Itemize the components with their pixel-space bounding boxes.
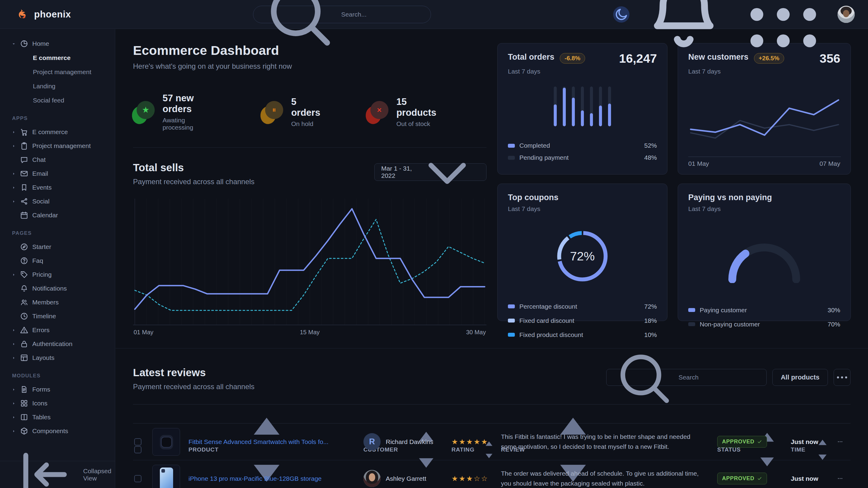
- tag-icon: [20, 270, 28, 279]
- stat-value: 15 products: [396, 96, 441, 118]
- legend-label: Percentage discount: [519, 303, 640, 310]
- topbar-search[interactable]: [253, 6, 431, 23]
- row-checkbox[interactable]: [134, 475, 142, 482]
- caret-right-icon: [11, 272, 16, 277]
- sidebar: HomeE commerceProject managementLandingS…: [0, 29, 115, 488]
- paying-gauge-chart: [716, 231, 812, 283]
- sidebar-item-tables[interactable]: Tables: [7, 410, 108, 424]
- top-coupons-card: Top coupons Last 7 days 72% Percentage d…: [497, 184, 668, 321]
- sidebar-subitem-landing[interactable]: Landing: [33, 79, 108, 93]
- x-label-end: 07 May: [819, 160, 840, 167]
- column-header-status[interactable]: STATUS: [717, 426, 791, 473]
- collapsed-view-label: Collapsed View: [83, 467, 115, 482]
- product-thumbnail: [152, 428, 180, 456]
- sidebar-item-icons[interactable]: Icons: [7, 396, 108, 410]
- sidebar-item-label: Tables: [32, 414, 51, 421]
- sidebar-item-components[interactable]: Components: [7, 424, 108, 438]
- legend-label: Fixed card discount: [519, 317, 640, 324]
- customer-name: Richard Dawkins: [386, 438, 433, 446]
- product-link[interactable]: iPhone 13 pro max-Pacific Blue-128GB sto…: [188, 475, 364, 482]
- reviews-more-button[interactable]: [834, 369, 850, 386]
- caret-right-icon: [11, 185, 16, 190]
- new-customers-line-chart: [688, 85, 840, 157]
- brand[interactable]: phoenix: [17, 8, 71, 21]
- caret-right-icon: [11, 401, 16, 406]
- sidebar-item-calendar[interactable]: Calendar: [7, 208, 108, 222]
- legend-label: Pending payment: [519, 154, 640, 161]
- mail-icon: [20, 169, 28, 178]
- sidebar-item-members[interactable]: Members: [7, 295, 108, 309]
- stat-caption: On hold: [291, 120, 321, 128]
- paying-card: Paying vs non paying Last 7 days Paying …: [678, 184, 851, 321]
- total-orders-title: Total orders: [508, 53, 554, 62]
- stat-value: 57 new orders: [162, 93, 216, 115]
- bell-icon: [639, 0, 729, 60]
- sidebar-item-pricing[interactable]: Pricing: [7, 268, 108, 282]
- top-coupons-legend: Percentage discount72%Fixed card discoun…: [508, 299, 657, 342]
- dashboard-left-column: Ecommerce Dashboard Here's what's going …: [133, 43, 487, 337]
- apps-menu-button[interactable]: [738, 0, 829, 60]
- sidebar-item-social[interactable]: Social: [7, 194, 108, 208]
- reviews-search-input[interactable]: [679, 374, 760, 381]
- sidebar-item-starter[interactable]: Starter: [7, 240, 108, 254]
- notifications-button[interactable]: [639, 0, 729, 60]
- sidebar-item-layouts[interactable]: Layouts: [7, 351, 108, 365]
- sidebar-nav: HomeE commerceProject managementLandingS…: [0, 29, 115, 461]
- row-more-button[interactable]: [837, 475, 850, 482]
- theme-toggle-button[interactable]: [613, 6, 629, 23]
- reviews-search[interactable]: [606, 369, 767, 386]
- sort-icon: [743, 426, 791, 473]
- stat-on-hold: 5 ordersOn hold: [261, 96, 321, 128]
- ellipsis-icon: [837, 438, 843, 445]
- bookmark-icon: [20, 183, 28, 192]
- row-more-button[interactable]: [837, 438, 850, 445]
- sidebar-item-notifications[interactable]: Notifications: [7, 282, 108, 295]
- collapsed-view-toggle[interactable]: Collapsed View: [0, 461, 115, 488]
- stat-text: 5 ordersOn hold: [291, 96, 321, 128]
- sidebar-subitem-project-management[interactable]: Project management: [33, 65, 108, 79]
- select-all-checkbox[interactable]: [134, 446, 142, 453]
- all-products-button[interactable]: All products: [772, 369, 828, 386]
- check-icon: [757, 476, 762, 481]
- sidebar-item-e-commerce[interactable]: E commerce: [7, 125, 108, 139]
- sidebar-item-faq[interactable]: Faq: [7, 254, 108, 268]
- dashboard-cards: Total orders -6.8% 16,247 Last 7 days Co…: [497, 43, 851, 337]
- sidebar-item-email[interactable]: Email: [7, 167, 108, 181]
- sidebar-item-forms[interactable]: Forms: [7, 383, 108, 396]
- date-range-select[interactable]: Mar 1 - 31, 2022: [374, 163, 487, 181]
- bell-icon: [20, 284, 28, 293]
- user-avatar[interactable]: [838, 6, 855, 23]
- cart-icon: [20, 128, 28, 136]
- stat-text: 15 productsOut of stock: [396, 96, 441, 128]
- sidebar-item-project-management[interactable]: Project management: [7, 139, 108, 153]
- sidebar-item-timeline[interactable]: Timeline: [7, 309, 108, 323]
- paying-period: Last 7 days: [688, 205, 840, 213]
- cell-select: [133, 475, 152, 482]
- legend-value: 10%: [644, 331, 657, 338]
- stat-out-of-stock: 15 productsOut of stock: [367, 96, 441, 128]
- row-checkbox[interactable]: [134, 438, 142, 446]
- sidebar-item-label: Faq: [32, 257, 43, 264]
- top-coupons-donut-chart: 72%: [548, 222, 617, 291]
- sidebar-item-authentication[interactable]: Authentication: [7, 337, 108, 351]
- sidebar-item-errors[interactable]: Errors: [7, 323, 108, 337]
- product-link[interactable]: Fitbit Sense Advanced Smartwatch with To…: [188, 438, 364, 446]
- ellipsis-icon: [834, 369, 850, 386]
- sidebar-item-label: Project management: [32, 142, 91, 150]
- caret-right-icon: [11, 144, 16, 148]
- sidebar-item-events[interactable]: Events: [7, 181, 108, 194]
- legend-value: 72%: [644, 303, 657, 310]
- legend-swatch: [508, 319, 515, 323]
- topbar-search-input[interactable]: [341, 11, 423, 18]
- legend-value: 18%: [644, 317, 657, 324]
- stat-circle: ★: [136, 101, 155, 119]
- sidebar-item-home[interactable]: Home: [7, 37, 108, 51]
- sidebar-item-chat[interactable]: Chat: [7, 153, 108, 167]
- sidebar-item-label: Home: [32, 40, 49, 47]
- check-icon: [757, 439, 762, 444]
- legend-swatch: [508, 144, 515, 148]
- sidebar-subitem-e-commerce[interactable]: E commerce: [33, 51, 108, 65]
- cell-thumb: [152, 428, 188, 456]
- latest-reviews-section: Latest reviews Payment received across a…: [133, 349, 850, 488]
- sidebar-subitem-social-feed[interactable]: Social feed: [33, 93, 108, 107]
